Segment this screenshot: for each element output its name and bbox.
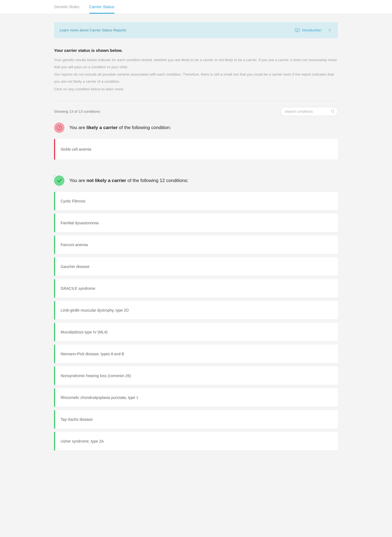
search-wrap [281,107,338,116]
tab-genetic-risks[interactable]: Genetic Risks [54,0,79,14]
condition-card[interactable]: Tay-Sachs disease [54,410,338,429]
svg-rect-3 [59,126,60,128]
page-headline: Your carrier status is shown below. [54,48,338,53]
search-input[interactable] [281,107,338,116]
condition-card[interactable]: GRACILE syndrome [54,279,338,298]
info-banner: Learn more about Carrier Status Reports … [54,22,338,38]
introduction-link-label: Introduction [302,28,321,32]
condition-card[interactable]: Rhizomelic chondrodysplasia punctata, ty… [54,388,338,407]
tab-bar: Genetic Risks Carrier Status [0,0,392,14]
condition-card[interactable]: Niemann-Pick disease, types A and B [54,345,338,363]
condition-card[interactable]: Usher syndrome, type 2A [54,432,338,451]
intro-paragraph-1: Your genetic results below indicate for … [54,56,338,70]
condition-card[interactable]: Gaucher disease [54,257,338,276]
condition-card[interactable]: Cystic Fibrosis [54,192,338,210]
likely-section-header: You are likely a carrier of the followin… [54,123,338,133]
likely-section-title: You are likely a carrier of the followin… [69,125,171,130]
not-likely-section-title: You are not likely a carrier of the foll… [69,178,188,183]
intro-paragraph-3: Click on any condition below to learn mo… [54,86,338,93]
introduction-link[interactable]: Introduction [295,28,321,32]
results-count: Showing 13 of 13 conditions [54,109,100,114]
svg-point-4 [59,129,59,129]
condition-card[interactable]: Limb-girdle muscular dystrophy, type 2D [54,301,338,320]
info-banner-text: Learn more about Carrier Status Reports [60,28,126,32]
condition-card[interactable]: Nonsyndromic hearing loss (connexin 26) [54,366,338,385]
tab-carrier-status[interactable]: Carrier Status [89,0,115,14]
alert-icon [54,123,64,133]
close-icon[interactable]: ✕ [327,27,332,33]
presentation-icon [295,28,300,32]
condition-card[interactable]: Mucolipidosis type IV (ML4) [54,323,338,341]
check-icon [54,175,64,186]
divider [54,101,338,101]
condition-card[interactable]: Fanconi anemia [54,235,338,254]
not-likely-section-header: You are not likely a carrier of the foll… [54,175,338,186]
intro-paragraph-2: Our reports do not include all possible … [54,71,338,85]
condition-card[interactable]: Familial dysautonomia [54,214,338,232]
svg-point-2 [57,126,62,130]
condition-card[interactable]: Sickle cell anemia [54,139,338,160]
